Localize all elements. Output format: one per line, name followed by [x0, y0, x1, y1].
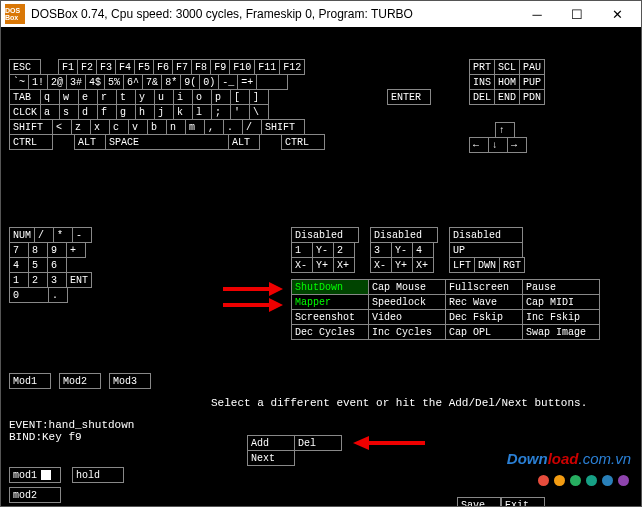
- event-speedlock[interactable]: Speedlock: [368, 294, 446, 310]
- numpad-5[interactable]: 5: [28, 257, 48, 273]
- event-cap-opl[interactable]: Cap OPL: [445, 324, 523, 340]
- numpad-2[interactable]: 2: [28, 272, 48, 288]
- key-f5[interactable]: F5: [134, 59, 154, 75]
- key-quote[interactable]: ': [230, 104, 250, 120]
- key-enter[interactable]: ENTER: [387, 89, 431, 105]
- key-arrow-up[interactable]: ↑: [495, 122, 515, 138]
- event-cap-mouse[interactable]: Cap Mouse: [368, 279, 446, 295]
- key-f7[interactable]: F7: [172, 59, 192, 75]
- key-backslash[interactable]: \: [249, 104, 269, 120]
- key-f2[interactable]: F2: [77, 59, 97, 75]
- key-8[interactable]: 8*: [161, 74, 181, 90]
- key-s[interactable]: s: [59, 104, 79, 120]
- numpad-9[interactable]: 9: [47, 242, 67, 258]
- key-comma[interactable]: ,: [204, 119, 224, 135]
- hold-toggle[interactable]: hold: [72, 467, 124, 483]
- hat-up[interactable]: UP: [449, 242, 523, 258]
- key-pdn[interactable]: PDN: [519, 89, 545, 105]
- event-inc-fskip[interactable]: Inc Fskip: [522, 309, 600, 325]
- hat-down[interactable]: DWN: [474, 257, 500, 273]
- key-0[interactable]: 0): [199, 74, 219, 90]
- key-semicolon[interactable]: ;: [211, 104, 231, 120]
- event-video[interactable]: Video: [368, 309, 446, 325]
- key-space[interactable]: SPACE: [105, 134, 229, 150]
- save-button[interactable]: Save: [457, 497, 501, 507]
- key-f10[interactable]: F10: [229, 59, 255, 75]
- key-f3[interactable]: F3: [96, 59, 116, 75]
- key-n[interactable]: n: [166, 119, 186, 135]
- key-f8[interactable]: F8: [191, 59, 211, 75]
- key-c[interactable]: c: [109, 119, 129, 135]
- key-f11[interactable]: F11: [254, 59, 280, 75]
- key-2[interactable]: 2@: [47, 74, 67, 90]
- event-mapper[interactable]: Mapper: [291, 294, 369, 310]
- event-inc-cycles[interactable]: Inc Cycles: [368, 324, 446, 340]
- close-button[interactable]: ✕: [597, 1, 637, 27]
- key-b[interactable]: b: [147, 119, 167, 135]
- numpad-div[interactable]: /: [34, 227, 54, 243]
- joy2-x-neg[interactable]: X-: [370, 257, 392, 273]
- key-p[interactable]: p: [211, 89, 231, 105]
- key-tilde[interactable]: `~: [9, 74, 29, 90]
- event-screenshot[interactable]: Screenshot: [291, 309, 369, 325]
- key-e[interactable]: e: [78, 89, 98, 105]
- joy2-x-pos[interactable]: X+: [412, 257, 434, 273]
- mod2-toggle[interactable]: mod2: [9, 487, 61, 503]
- hat-left[interactable]: LFT: [449, 257, 475, 273]
- del-button[interactable]: Del: [294, 435, 342, 451]
- hat-right[interactable]: RGT: [499, 257, 525, 273]
- key-ctrl-left[interactable]: CTRL: [9, 134, 53, 150]
- key-q[interactable]: q: [40, 89, 60, 105]
- key-period[interactable]: .: [223, 119, 243, 135]
- joy1-btn1[interactable]: 1: [291, 242, 313, 258]
- key-ctrl-right[interactable]: CTRL: [281, 134, 325, 150]
- mod2-button[interactable]: Mod2: [59, 373, 101, 389]
- key-pau[interactable]: PAU: [519, 59, 545, 75]
- key-9[interactable]: 9(: [180, 74, 200, 90]
- key-arrow-left[interactable]: ←: [469, 137, 489, 153]
- key-arrow-down[interactable]: ↓: [488, 137, 508, 153]
- numpad-4[interactable]: 4: [9, 257, 29, 273]
- joy2-btn4[interactable]: 4: [412, 242, 434, 258]
- key-slash[interactable]: /: [242, 119, 262, 135]
- joy2-y-neg[interactable]: Y-: [391, 242, 413, 258]
- key-rbracket[interactable]: ]: [249, 89, 269, 105]
- key-lbracket[interactable]: [: [230, 89, 250, 105]
- key-shift-right[interactable]: SHIFT: [261, 119, 305, 135]
- key-m[interactable]: m: [185, 119, 205, 135]
- mod1-button[interactable]: Mod1: [9, 373, 51, 389]
- numpad-1[interactable]: 1: [9, 272, 29, 288]
- event-pause[interactable]: Pause: [522, 279, 600, 295]
- key-u[interactable]: u: [154, 89, 174, 105]
- key-f1[interactable]: F1: [58, 59, 78, 75]
- joy1-x-pos[interactable]: X+: [333, 257, 355, 273]
- joy1-btn2[interactable]: 2: [333, 242, 355, 258]
- event-shutdown[interactable]: ShutDown: [291, 279, 369, 295]
- mod1-toggle[interactable]: mod1: [9, 467, 61, 483]
- joy1-x-neg[interactable]: X-: [291, 257, 313, 273]
- key-o[interactable]: o: [192, 89, 212, 105]
- key-r[interactable]: r: [97, 89, 117, 105]
- numpad-sub[interactable]: -: [72, 227, 92, 243]
- key-pup[interactable]: PUP: [519, 74, 545, 90]
- key-f12[interactable]: F12: [279, 59, 305, 75]
- numpad-dot[interactable]: .: [48, 287, 68, 303]
- numpad-0[interactable]: 0: [9, 287, 49, 303]
- key-scl[interactable]: SCL: [494, 59, 520, 75]
- key-equals[interactable]: =+: [237, 74, 257, 90]
- key-3[interactable]: 3#: [66, 74, 86, 90]
- key-arrow-right[interactable]: →: [507, 137, 527, 153]
- key-shift-left[interactable]: SHIFT: [9, 119, 53, 135]
- key-capslock[interactable]: CLCK: [9, 104, 41, 120]
- key-7[interactable]: 7&: [142, 74, 162, 90]
- mod3-button[interactable]: Mod3: [109, 373, 151, 389]
- key-j[interactable]: j: [154, 104, 174, 120]
- joy2-y-pos[interactable]: Y+: [391, 257, 413, 273]
- maximize-button[interactable]: ☐: [557, 1, 597, 27]
- key-z[interactable]: z: [71, 119, 91, 135]
- key-f9[interactable]: F9: [210, 59, 230, 75]
- joy2-btn3[interactable]: 3: [370, 242, 392, 258]
- add-button[interactable]: Add: [247, 435, 295, 451]
- exit-button[interactable]: Exit: [501, 497, 545, 507]
- key-end[interactable]: END: [494, 89, 520, 105]
